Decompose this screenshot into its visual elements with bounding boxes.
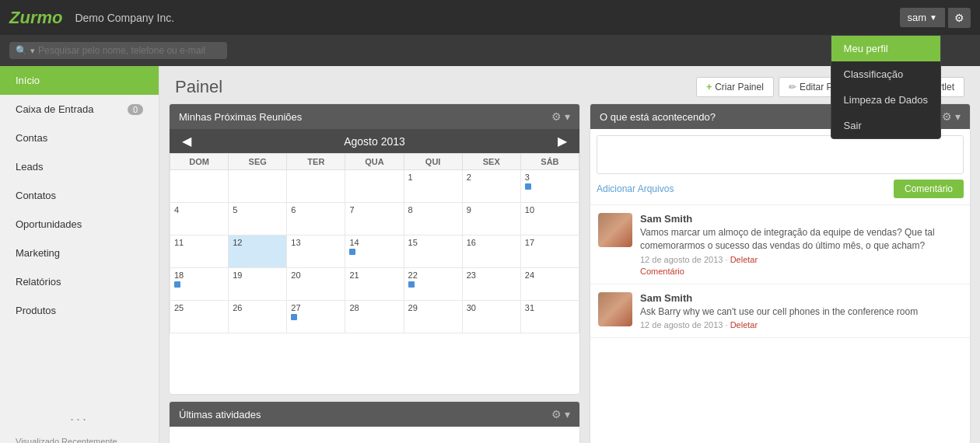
cal-cell[interactable]: 29	[404, 301, 462, 333]
logo: Zurmo	[9, 8, 62, 28]
social-input-area: Adicionar Arquivos Comentário	[590, 129, 970, 205]
sidebar-item-contatos[interactable]: Contatos	[0, 181, 159, 210]
cal-day-dom: DOM	[170, 154, 229, 170]
logo-area: Zurmo Demo Company Inc.	[9, 8, 891, 28]
cal-cell[interactable]: 16	[462, 235, 520, 268]
feed-date-2: 12 de agosto de 2013	[640, 320, 723, 330]
reunioes-panel: Minhas Próximas Reuniões ⚙ ▾ ◀ Agosto 20…	[169, 103, 580, 395]
atividades-panel: Últimas atividades ⚙ ▾	[169, 401, 580, 443]
social-feed: Sam Smith Vamos marcar um almoço de inte…	[590, 205, 970, 443]
search-icon: 🔍	[16, 45, 27, 56]
cal-week-5: 25 26 27 28 29 30 31	[170, 301, 579, 333]
sidebar-nav: Início Caixa de Entrada 0 Contas Leads C…	[0, 66, 159, 402]
cal-cell[interactable]: 22	[404, 268, 462, 301]
cal-day-ter: TER	[287, 154, 345, 170]
top-right-controls: sam ▼ ⚙	[900, 8, 971, 28]
cal-cell[interactable]: 10	[520, 203, 579, 235]
cal-cell[interactable]: 27	[287, 301, 345, 333]
cal-cell[interactable]	[287, 170, 345, 203]
cal-cell[interactable]: 21	[345, 268, 404, 301]
cal-cell[interactable]: 19	[229, 268, 287, 301]
cal-cell[interactable]: 30	[462, 301, 520, 333]
sidebar-item-contas[interactable]: Contas	[0, 124, 159, 152]
avatar-image-1	[598, 213, 632, 247]
user-menu-button[interactable]: sam ▼	[900, 8, 945, 27]
username-label: sam	[908, 12, 927, 23]
logo-brand: Zurmo	[9, 8, 62, 27]
feed-delete-1[interactable]: Deletar	[730, 255, 758, 264]
feed-comment-meta-1: Comentário	[640, 267, 962, 276]
cal-cell[interactable]: 14	[345, 235, 404, 268]
cal-cell[interactable]: 4	[170, 203, 229, 235]
cal-cell[interactable]	[229, 170, 287, 203]
cal-week-3: 11 12 13 14 15 16 17	[170, 235, 579, 268]
cal-cell[interactable]: 2	[462, 170, 520, 203]
atividades-title: Últimas atividades	[179, 409, 261, 420]
cal-cell[interactable]: 5	[229, 203, 287, 235]
cal-cell[interactable]: 11	[170, 235, 229, 268]
social-panel: O que está acontecendo? ⚙ ▾ Adicionar Ar…	[590, 103, 971, 443]
recently-viewed-label: Visualizado Recentemente	[0, 431, 159, 443]
search-wrapper: 🔍 ▾	[9, 42, 227, 59]
sidebar-item-inicio[interactable]: Início	[0, 66, 159, 95]
sidebar-item-relatorios[interactable]: Relatórios	[0, 267, 159, 296]
dashboard-area: Minhas Próximas Reuniões ⚙ ▾ ◀ Agosto 20…	[159, 103, 980, 443]
sidebar-item-produtos[interactable]: Produtos	[0, 296, 159, 325]
sidebar-item-caixa-de-entrada[interactable]: Caixa de Entrada 0	[0, 95, 159, 124]
cal-cell[interactable]: 18	[170, 268, 229, 301]
menu-item-classificacao[interactable]: Classificação	[831, 61, 940, 87]
cal-cell[interactable]: 7	[345, 203, 404, 235]
cal-cell[interactable]: 31	[520, 301, 579, 333]
add-files-button[interactable]: Adicionar Arquivos	[597, 183, 674, 194]
cal-cell[interactable]: 13	[287, 235, 345, 268]
feed-content-1: Sam Smith Vamos marcar um almoço de inte…	[640, 213, 962, 276]
cal-cell-today[interactable]: 12	[229, 235, 287, 268]
atividades-gear-icon[interactable]: ⚙ ▾	[551, 408, 570, 420]
feed-comment-link-1[interactable]: Comentário	[640, 267, 684, 276]
cal-cell[interactable]: 20	[287, 268, 345, 301]
cal-cell[interactable]: 26	[229, 301, 287, 333]
feed-content-2: Sam Smith Ask Barry why we can't use our…	[640, 292, 962, 330]
cal-cell[interactable]: 28	[345, 301, 404, 333]
left-column: Minhas Próximas Reuniões ⚙ ▾ ◀ Agosto 20…	[169, 103, 580, 443]
reunioes-gear-icon[interactable]: ⚙ ▾	[551, 110, 570, 123]
menu-item-meu-perfil[interactable]: Meu perfil	[831, 36, 940, 61]
cal-cell[interactable]: 25	[170, 301, 229, 333]
calendar-prev-button[interactable]: ◀	[177, 134, 196, 148]
cal-cell[interactable]: 8	[404, 203, 462, 235]
sidebar-item-oportunidades[interactable]: Oportunidades	[0, 210, 159, 239]
menu-item-limpeza-de-dados[interactable]: Limpeza de Dados	[831, 87, 940, 113]
calendar-next-button[interactable]: ▶	[553, 134, 572, 148]
cal-cell[interactable]: 23	[462, 268, 520, 301]
sidebar-item-marketing[interactable]: Marketing	[0, 239, 159, 267]
avatar-image-2	[598, 292, 632, 326]
criar-painel-button[interactable]: + Criar Painel	[696, 77, 774, 97]
menu-item-sair[interactable]: Sair	[831, 113, 940, 138]
user-menu-arrow-icon: ▼	[929, 13, 937, 22]
social-textarea[interactable]	[597, 135, 964, 174]
comment-button[interactable]: Comentário	[894, 180, 964, 198]
calendar-wrapper: ◀ Agosto 2013 ▶ DOM SEG TER Q	[170, 129, 579, 394]
cal-cell[interactable]: 24	[520, 268, 579, 301]
cal-cell[interactable]: 9	[462, 203, 520, 235]
social-actions: Adicionar Arquivos Comentário	[597, 176, 964, 198]
settings-gear-button[interactable]: ⚙	[948, 8, 971, 28]
cal-cell[interactable]: 1	[404, 170, 462, 203]
search-input[interactable]	[38, 45, 221, 56]
sidebar-item-leads[interactable]: Leads	[0, 152, 159, 181]
cal-cell[interactable]: 3	[520, 170, 579, 203]
cal-cell[interactable]	[170, 170, 229, 203]
cal-cell[interactable]: 15	[404, 235, 462, 268]
cal-day-sex: SEX	[462, 154, 520, 170]
calendar-nav: ◀ Agosto 2013 ▶	[170, 129, 579, 153]
cal-cell[interactable]	[345, 170, 404, 203]
feed-name-1: Sam Smith	[640, 213, 962, 225]
sidebar-more-dots[interactable]: ...	[0, 402, 159, 431]
cal-cell[interactable]: 6	[287, 203, 345, 235]
social-gear-icon[interactable]: ⚙ ▾	[942, 110, 961, 123]
feed-delete-2[interactable]: Deletar	[730, 320, 758, 330]
social-panel-title: O que está acontecendo?	[600, 111, 716, 123]
user-dropdown-menu: Meu perfil Classificação Limpeza de Dado…	[831, 35, 941, 139]
cal-cell[interactable]: 17	[520, 235, 579, 268]
feed-meta-1: 12 de agosto de 2013 · Deletar	[640, 255, 962, 264]
